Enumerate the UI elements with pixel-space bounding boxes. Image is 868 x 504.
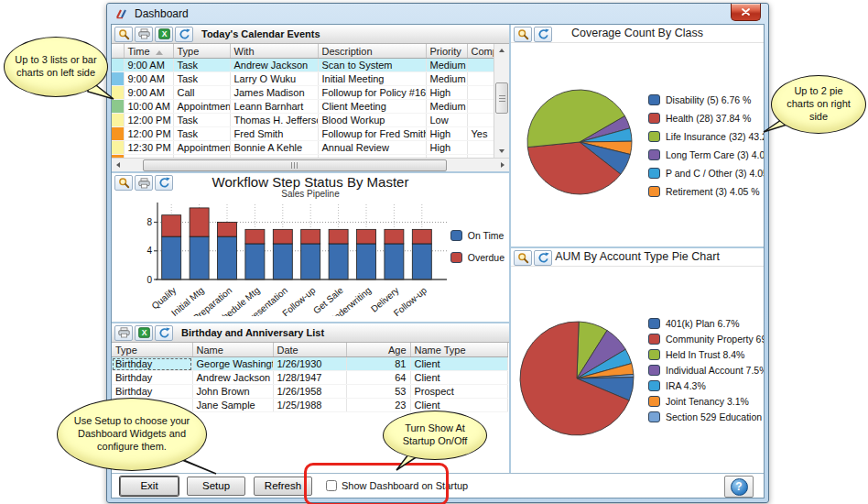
excel-export-icon[interactable]: X [135, 325, 153, 341]
aum-widget-header: AUM By Account Type Pie Chart [511, 248, 764, 267]
col-time[interactable]: Time [124, 44, 173, 59]
legend-swatch [648, 131, 660, 142]
calendar-row[interactable]: 9:00 AMTaskLarry O WukuInitial MeetingMe… [112, 72, 494, 86]
close-icon [742, 8, 750, 16]
legend-swatch [648, 380, 660, 391]
birthday-row[interactable]: BirthdayAndrew Jackson1/28/194764Client [112, 371, 507, 385]
legend-swatch [450, 230, 462, 241]
printer-icon[interactable] [114, 325, 133, 341]
callout-left-lists: Up to 3 lists or bar charts on left side [4, 37, 108, 97]
calendar-widget-header: X Today's Calendar Events [112, 25, 509, 44]
calendar-row[interactable]: 10:00 AMAppointmentLeann BarnhartClient … [112, 100, 494, 114]
magnifier-icon[interactable] [114, 27, 133, 42]
col-date[interactable]: Date [273, 343, 346, 357]
scroll-right-button[interactable] [496, 159, 509, 171]
calendar-horizontal-scrollbar[interactable] [112, 158, 509, 171]
coverage-pie-chart [511, 43, 648, 245]
legend-item: Community Property 69.3% [648, 334, 764, 345]
birthday-row[interactable]: BirthdayJohn Brown1/26/195853Prospect [112, 385, 507, 399]
svg-text:X: X [161, 29, 167, 38]
calendar-row[interactable]: 12:00 PMTaskThomas H. JeffersonBlood Wor… [112, 114, 494, 127]
col-type[interactable]: Type [112, 343, 192, 357]
calendar-row[interactable]: 12:00 PMTaskFred SmithFollowup for Fred … [112, 127, 494, 141]
workflow-bar-chart: QualifyInitial MtgPreparationSchedule Mt… [112, 199, 507, 316]
workflow-legend: On TimeOverdue [450, 230, 505, 263]
scroll-up-button[interactable] [495, 44, 508, 57]
calendar-header-row: Time Type With Description Priority Comp [112, 44, 494, 59]
legend-item: On Time [450, 230, 505, 241]
col-type[interactable]: Type [173, 44, 230, 59]
col-priority[interactable]: Priority [426, 44, 467, 59]
legend-swatch [648, 149, 660, 160]
col-name-type[interactable]: Name Type [410, 343, 507, 357]
legend-item: Disability (5) 6.76 % [648, 94, 764, 105]
legend-item: Retirement (3) 4.05 % [648, 186, 764, 197]
calendar-table-area: Time Type With Description Priority Comp… [112, 44, 509, 158]
svg-text:X: X [141, 328, 146, 337]
birthday-row[interactable]: BirthdayGeorge Washington1/26/193081Clie… [112, 357, 507, 371]
coverage-widget-header: Coverage Count By Class [511, 25, 764, 43]
legend-swatch [450, 252, 462, 263]
help-button[interactable]: ? [724, 476, 754, 498]
legend-swatch [648, 411, 660, 422]
calendar-events-widget: X Today's Calendar Events Time [112, 25, 509, 173]
calendar-row[interactable]: 9:00 AMTaskAndrew JacksonScan to SystemM… [112, 59, 494, 72]
event-color-chip [112, 127, 124, 141]
coverage-pie-widget: Coverage Count By Class Disability (5) 6… [511, 25, 764, 248]
excel-export-icon[interactable]: X [155, 27, 173, 42]
col-age[interactable]: Age [346, 343, 410, 357]
aum-pie-content: 401(k) Plan 6.7%Community Property 69.3%… [511, 267, 764, 473]
coverage-toolbar [514, 27, 552, 42]
app-icon [115, 8, 129, 19]
calendar-widget-title: Today's Calendar Events [201, 28, 320, 39]
col-description[interactable]: Description [318, 44, 426, 59]
birthday-widget-title: Birthday and Anniversary List [181, 327, 324, 338]
legend-item: IRA 4.3% [648, 380, 764, 391]
setup-button[interactable]: Setup [187, 477, 245, 496]
scroll-thumb[interactable] [495, 82, 508, 114]
svg-text:4: 4 [146, 246, 152, 256]
close-button[interactable] [731, 4, 761, 21]
magnifier-icon[interactable] [514, 250, 532, 266]
calendar-vertical-scrollbar[interactable] [494, 44, 509, 158]
scroll-thumb[interactable] [143, 159, 447, 171]
refresh-icon[interactable] [155, 175, 173, 191]
legend-swatch [648, 186, 660, 197]
refresh-icon[interactable] [534, 250, 552, 266]
refresh-icon[interactable] [175, 27, 193, 42]
exit-button[interactable]: Exit [120, 477, 179, 496]
aum-legend: 401(k) Plan 6.7%Community Property 69.3%… [648, 267, 764, 473]
col-with[interactable]: With [230, 44, 318, 59]
legend-item: Individual Account 7.5% [648, 365, 764, 376]
calendar-table: Time Type With Description Priority Comp… [112, 44, 494, 158]
calendar-row[interactable]: 12:30 PMAppointmentBonnie A KehleAnnual … [112, 141, 494, 155]
aum-pie-widget: AUM By Account Type Pie Chart 401(k) Pla… [511, 248, 764, 473]
scroll-left-button[interactable] [112, 159, 125, 171]
legend-swatch [648, 113, 660, 124]
help-icon: ? [731, 478, 748, 496]
calendar-row[interactable]: 3:00 PMAppointmentSam JohnsonContract Re… [112, 155, 494, 159]
printer-icon[interactable] [135, 27, 153, 42]
coverage-pie-content: Disability (5) 6.76 %Health (28) 37.84 %… [511, 43, 764, 247]
magnifier-icon[interactable] [514, 27, 532, 42]
svg-text:0: 0 [146, 275, 152, 285]
event-color-chip [112, 114, 124, 127]
legend-swatch [648, 396, 660, 407]
svg-text:8: 8 [146, 217, 152, 227]
refresh-icon[interactable] [155, 325, 173, 341]
legend-swatch [648, 365, 660, 376]
sort-ascending-icon [156, 50, 163, 55]
titlebar[interactable]: Dashboard [107, 4, 768, 24]
printer-icon[interactable] [135, 175, 153, 191]
scroll-down-button[interactable] [495, 145, 508, 158]
refresh-icon[interactable] [534, 27, 552, 42]
magnifier-icon[interactable] [114, 175, 133, 191]
workflow-chart-widget: Workflow Step Status By Master Sales Pip… [112, 173, 509, 323]
legend-swatch [648, 318, 660, 329]
aum-toolbar [514, 250, 552, 266]
col-comp[interactable]: Comp [467, 44, 494, 59]
col-name[interactable]: Name [192, 343, 273, 357]
calendar-row[interactable]: 9:00 AMCallJames MadisonFollowup for Pol… [112, 86, 494, 100]
legend-item: Held In Trust 8.4% [648, 349, 764, 360]
legend-item: P and C / Other (3) 4.05 % [648, 168, 764, 179]
